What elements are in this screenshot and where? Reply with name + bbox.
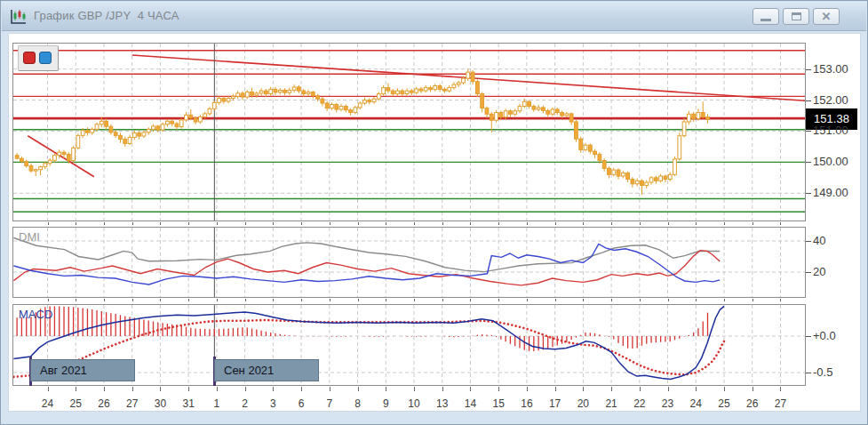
- candle-body: [678, 136, 681, 159]
- candle-body: [438, 86, 442, 90]
- candle-body: [386, 88, 390, 91]
- x-axis-label: 9: [372, 397, 399, 410]
- date-tick: [245, 387, 246, 391]
- dmi-+di-line: [13, 245, 720, 285]
- date-tick: [132, 387, 133, 391]
- candle-body: [490, 114, 493, 120]
- candle-body: [354, 108, 357, 113]
- candle-body: [156, 126, 160, 130]
- date-tick: [414, 387, 415, 391]
- price-chart-svg[interactable]: [13, 44, 805, 221]
- candle-body: [189, 115, 193, 117]
- date-tick: [386, 299, 386, 301]
- date-tick: [330, 387, 330, 391]
- candle-body: [401, 91, 404, 93]
- date-tick: [527, 299, 528, 301]
- x-axis-label: 31: [175, 397, 202, 410]
- x-axis-label: 16: [514, 397, 540, 410]
- date-tick: [273, 299, 274, 301]
- axis-tick: [806, 100, 811, 101]
- macd-label: MACD: [19, 308, 52, 321]
- candle-body: [495, 113, 498, 121]
- candle-body: [706, 117, 710, 119]
- candle-body: [612, 170, 616, 174]
- candle-body: [208, 108, 211, 114]
- candle-body: [48, 160, 52, 163]
- candle-body: [165, 121, 169, 124]
- x-axis-label: 22: [626, 397, 653, 410]
- candle-body: [358, 103, 362, 108]
- candle-body: [697, 113, 700, 119]
- dmi-axis-label: 20: [813, 265, 863, 279]
- dmi-panel[interactable]: DMI: [12, 227, 806, 298]
- date-tick: [668, 299, 669, 301]
- candle-body: [654, 178, 657, 180]
- price-chart-panel[interactable]: [12, 43, 806, 221]
- candle-body: [274, 89, 277, 92]
- date-tick: [696, 222, 697, 225]
- candle-body: [569, 114, 573, 122]
- candle-body: [635, 180, 639, 183]
- date-tick: [188, 299, 189, 301]
- window-title: График GBP /JPY 4 ЧАСА: [34, 9, 179, 22]
- candle-body: [415, 89, 418, 92]
- candle-body: [298, 87, 301, 91]
- date-tick: [442, 299, 443, 301]
- candle-body: [457, 83, 460, 84]
- date-tick: [527, 387, 528, 391]
- candle-body: [509, 111, 513, 114]
- candle-body: [504, 111, 507, 117]
- candle-body: [372, 99, 376, 101]
- candle-body: [522, 101, 526, 106]
- x-axis-label: 24: [682, 397, 709, 410]
- date-tick: [780, 299, 781, 301]
- legend-blue-swatch[interactable]: [39, 52, 52, 64]
- candle-body: [452, 84, 456, 87]
- candle-body: [123, 140, 127, 144]
- x-axis-label: 23: [655, 397, 681, 410]
- candle-body: [649, 178, 653, 182]
- x-axis-label: 7: [316, 397, 343, 410]
- candle-body: [382, 88, 386, 94]
- date-tick: [753, 387, 753, 391]
- date-tick: [583, 299, 584, 301]
- close-button[interactable]: ✕: [813, 8, 840, 25]
- date-tick: [555, 387, 556, 391]
- x-axis-label: 15: [485, 397, 512, 410]
- dmi-chart-svg[interactable]: [13, 228, 805, 297]
- month-label-sep: Сен 2021: [214, 359, 319, 381]
- candle-body: [687, 114, 690, 122]
- date-tick: [498, 222, 499, 225]
- candle-body: [53, 156, 57, 161]
- x-axis-label: 27: [119, 397, 146, 410]
- date-tick: [301, 387, 302, 391]
- date-tick: [358, 387, 359, 391]
- candle-body: [349, 110, 353, 113]
- candle-body: [626, 173, 630, 180]
- candle-body: [588, 145, 592, 151]
- candle-body: [194, 118, 197, 122]
- candle-body: [316, 96, 320, 99]
- axis-tick: [806, 336, 811, 337]
- price-axis-label: 149.00: [813, 186, 863, 200]
- candle-body: [25, 162, 28, 166]
- candle-body: [203, 114, 207, 116]
- date-tick: [48, 387, 49, 391]
- x-axis-label: 6: [288, 397, 315, 410]
- candle-body: [692, 114, 696, 118]
- dmi-label: DMI: [19, 230, 40, 244]
- x-axis-label: 17: [542, 397, 569, 410]
- candle-body: [682, 122, 686, 136]
- date-tick: [217, 299, 218, 301]
- minimize-button[interactable]: [753, 8, 779, 25]
- candle-body: [128, 137, 131, 143]
- legend-red-swatch[interactable]: [23, 52, 36, 64]
- candle-body: [532, 107, 536, 109]
- date-tick: [583, 387, 584, 391]
- candle-body: [659, 176, 663, 180]
- maximize-button[interactable]: [783, 8, 809, 25]
- date-tick: [414, 299, 415, 301]
- x-axis-label: 27: [767, 397, 793, 410]
- title-bar[interactable]: График GBP /JPY 4 ЧАСА ✕: [2, 2, 866, 31]
- date-tick: [611, 222, 612, 225]
